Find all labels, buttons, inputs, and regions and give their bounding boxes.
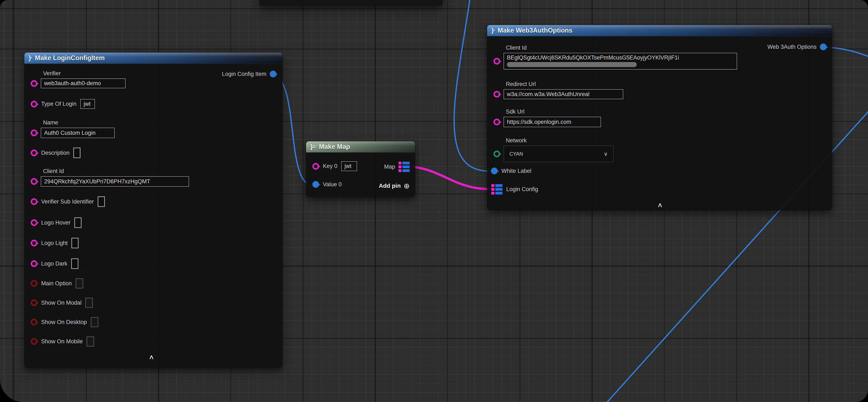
main-option-checkbox[interactable] xyxy=(75,278,83,288)
white-label-pin[interactable] xyxy=(491,168,498,174)
login-config-item-output-pin[interactable] xyxy=(270,70,276,77)
node-header[interactable]: }≡ Make Map xyxy=(306,141,415,153)
logo-hover-input[interactable] xyxy=(74,218,82,228)
value0-pin[interactable] xyxy=(312,181,319,188)
verifier-sub-identifier-pin[interactable] xyxy=(31,198,37,205)
make-map-icon: }≡ xyxy=(310,143,315,150)
pin-row-name: Name Auth0 Custom Login xyxy=(31,119,115,138)
pin-row-logo-dark: Logo Dark xyxy=(31,258,79,269)
web3auth-options-output-pin[interactable] xyxy=(820,44,827,50)
logo-light-input[interactable] xyxy=(71,238,79,248)
output-web3auth-options[interactable]: Web 3Auth Options xyxy=(767,44,827,50)
pin-row-logo-hover: Logo Hover xyxy=(31,218,82,228)
verifier-input[interactable]: web3auth-auth0-demo xyxy=(41,79,126,88)
pin-row-key0: Key 0 jwt xyxy=(312,161,357,171)
offscreen-node-fragment[interactable] xyxy=(259,0,443,6)
pin-row-show-on-mobile: Show On Mobile xyxy=(31,336,94,346)
login-config-pin[interactable] xyxy=(491,184,502,195)
name-pin[interactable] xyxy=(31,130,37,136)
output-map[interactable]: Map xyxy=(384,162,410,172)
key0-pin[interactable] xyxy=(312,163,319,170)
node-title: Make LoginConfigItem xyxy=(35,54,104,62)
show-on-mobile-pin[interactable] xyxy=(31,338,37,345)
logo-hover-pin[interactable] xyxy=(31,219,37,226)
node-make-web3authoptions[interactable]: }▪ Make Web3AuthOptions Web 3Auth Option… xyxy=(487,25,832,210)
pin-row-client-id: Client Id BEglQSgt4cUWcj6SKRdu5QkOXTsePm… xyxy=(493,45,737,69)
wire-map-to-loginconfig[interactable] xyxy=(407,166,494,189)
dropdown-chevron-icon: ∨ xyxy=(604,151,608,157)
blueprint-canvas[interactable]: }▪ Make LoginConfigItem Login Config Ite… xyxy=(0,0,868,402)
redirect-url-input[interactable]: w3a://com.w3a.Web3AuthUnreal xyxy=(503,89,623,99)
node-title: Make Map xyxy=(319,143,350,150)
collapse-chevron-icon[interactable]: ∧ xyxy=(657,201,663,208)
logo-dark-input[interactable] xyxy=(71,258,79,269)
name-input[interactable]: Auth0 Custom Login xyxy=(41,127,115,138)
show-on-desktop-pin[interactable] xyxy=(31,319,37,325)
add-pin-icon[interactable]: ⊕ xyxy=(404,182,410,190)
show-on-modal-pin[interactable] xyxy=(31,299,37,306)
client-id-pin[interactable] xyxy=(31,178,37,185)
pin-row-login-config: Login Config xyxy=(491,184,538,195)
pin-row-logo-light: Logo Light xyxy=(31,238,79,248)
show-on-mobile-checkbox[interactable] xyxy=(87,336,94,346)
key0-input[interactable]: jwt xyxy=(341,161,357,171)
pin-row-white-label: White Label xyxy=(491,168,531,174)
map-output-pin[interactable] xyxy=(399,162,410,172)
pin-row-network: Network CYAN ∨ xyxy=(493,137,614,162)
show-on-modal-checkbox[interactable] xyxy=(85,298,93,308)
node-header[interactable]: }▪ Make Web3AuthOptions xyxy=(487,25,832,36)
pin-row-show-on-desktop: Show On Desktop xyxy=(31,317,98,327)
make-struct-icon: }▪ xyxy=(491,27,494,34)
pin-row-value0: Value 0 xyxy=(312,181,342,188)
pin-row-sdk-url: Sdk Url https://sdk.openlogin.com xyxy=(493,109,601,127)
pin-row-client-id: Client Id 294QRkchfq2YaXUbPri7D6PH7xzHgQ… xyxy=(31,168,189,187)
show-on-desktop-checkbox[interactable] xyxy=(91,317,98,327)
logo-dark-pin[interactable] xyxy=(31,260,37,267)
network-pin[interactable] xyxy=(493,150,500,157)
verifier-pin[interactable] xyxy=(31,80,37,87)
sdk-url-input[interactable]: https://sdk.openlogin.com xyxy=(503,117,601,127)
collapse-chevron-icon[interactable]: ∧ xyxy=(149,353,154,361)
pin-row-show-on-modal: Show On Modal xyxy=(31,298,93,308)
client-id-input[interactable]: BEglQSgt4cUWcj6SKRdu5QkOXTsePmMcusG5EAoy… xyxy=(503,53,737,69)
client-id-pin[interactable] xyxy=(493,58,500,64)
pin-row-description: Description xyxy=(31,148,81,158)
redirect-url-pin[interactable] xyxy=(493,91,500,97)
sdk-url-pin[interactable] xyxy=(493,119,500,125)
client-id-scrollbar[interactable] xyxy=(507,62,637,67)
node-make-map[interactable]: }≡ Make Map Key 0 jwt Map Value 0 Add pi… xyxy=(306,141,415,197)
add-pin-label[interactable]: Add pin xyxy=(379,182,401,189)
add-pin-row[interactable]: Add pin⊕ xyxy=(379,182,410,190)
description-pin[interactable] xyxy=(31,149,37,156)
pin-row-type-of-login: Type Of Login jwt xyxy=(31,99,95,109)
pin-row-verifier-sub-identifier: Verifier Sub Identifier xyxy=(31,196,105,207)
type-of-login-input[interactable]: jwt xyxy=(80,99,95,109)
node-make-loginconfigitem[interactable]: }▪ Make LoginConfigItem Login Config Ite… xyxy=(24,53,282,368)
pin-row-main-option: Main Option xyxy=(31,278,83,288)
logo-light-pin[interactable] xyxy=(31,240,37,247)
pin-row-redirect-url: Redirect Url w3a://com.w3a.Web3AuthUnrea… xyxy=(493,81,623,99)
network-dropdown[interactable]: CYAN ∨ xyxy=(503,145,614,162)
main-option-pin[interactable] xyxy=(31,280,37,287)
output-login-config-item[interactable]: Login Config Item xyxy=(222,70,276,77)
client-id-input[interactable]: 294QRkchfq2YaXUbPri7D6PH7xzHgQMT xyxy=(41,176,189,187)
pin-row-verifier: Verifier web3auth-auth0-demo xyxy=(31,70,126,88)
make-struct-icon: }▪ xyxy=(29,54,32,62)
type-of-login-pin[interactable] xyxy=(31,101,37,108)
description-input[interactable] xyxy=(73,148,81,158)
node-title: Make Web3AuthOptions xyxy=(498,27,572,34)
node-header[interactable]: }▪ Make LoginConfigItem xyxy=(24,53,282,64)
verifier-sub-identifier-input[interactable] xyxy=(98,196,105,207)
